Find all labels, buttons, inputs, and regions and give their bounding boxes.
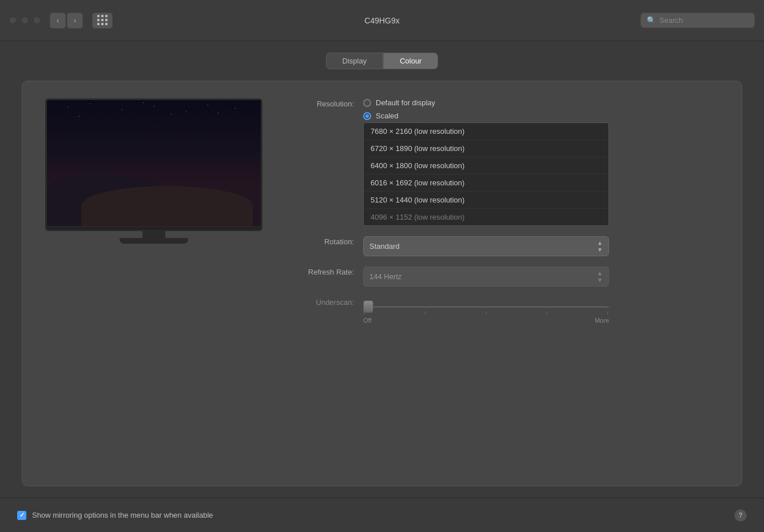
resolution-default-radio[interactable]	[363, 99, 371, 107]
maximize-button[interactable]	[33, 17, 41, 24]
resolution-scaled-radio[interactable]	[363, 112, 371, 120]
panel-content: Resolution: Default for display Scaled	[45, 98, 719, 324]
underscan-slider-container: Off More	[363, 306, 609, 324]
monitor-frame	[45, 98, 262, 231]
rotation-arrows-icon: ▲ ▼	[597, 240, 603, 253]
underscan-row: Underscan:	[285, 297, 719, 324]
settings-panel: Resolution: Default for display Scaled	[22, 81, 742, 486]
rotation-row: Rotation: Standard ▲ ▼	[285, 236, 719, 256]
resolution-item-1[interactable]: 6720 × 1890 (low resolution)	[364, 140, 608, 157]
grid-view-button[interactable]	[92, 13, 113, 29]
back-icon: ‹	[57, 17, 59, 25]
minimize-button[interactable]	[21, 17, 29, 24]
resolution-radio-group: Default for display Scaled	[363, 98, 719, 120]
nav-buttons: ‹ ›	[50, 13, 83, 29]
refresh-rate-dropdown[interactable]: 144 Hertz ▲ ▼	[363, 267, 609, 287]
refresh-rate-control: 144 Hertz ▲ ▼	[363, 267, 719, 287]
monitor-stand-base	[120, 238, 188, 244]
underscan-slider-thumb[interactable]	[363, 300, 373, 313]
resolution-default-label: Default for display	[376, 98, 435, 107]
checkbox-row: ✓ Show mirroring options in the menu bar…	[17, 511, 734, 520]
window-title: C49HG9x	[364, 16, 399, 25]
search-bar[interactable]: 🔍	[640, 13, 755, 28]
help-button[interactable]: ?	[734, 509, 747, 522]
slider-ticks	[363, 311, 609, 315]
resolution-row: Resolution: Default for display Scaled	[285, 98, 719, 226]
refresh-rate-value: 144 Hertz	[369, 272, 597, 281]
resolution-item-5[interactable]: 4096 × 1152 (low resolution)	[364, 209, 608, 225]
mirroring-checkbox[interactable]: ✓	[17, 511, 26, 520]
close-button[interactable]	[9, 17, 17, 24]
resolution-label: Resolution:	[285, 98, 354, 108]
search-icon: 🔍	[647, 16, 656, 25]
tab-bar: Display Colour	[326, 53, 439, 69]
forward-button[interactable]: ›	[67, 13, 83, 29]
help-icon: ?	[738, 511, 742, 519]
resolution-scaled-option[interactable]: Scaled	[363, 112, 719, 120]
monitor-screen	[47, 100, 261, 226]
resolution-scaled-label: Scaled	[376, 112, 399, 120]
mirroring-label: Show mirroring options in the menu bar w…	[32, 511, 213, 519]
resolution-control: Default for display Scaled 7680 × 2160 (…	[363, 98, 719, 226]
rotation-dropdown[interactable]: Standard ▲ ▼	[363, 236, 609, 256]
monitor-stand-neck	[142, 231, 165, 238]
resolution-item-3[interactable]: 6016 × 1692 (low resolution)	[364, 174, 608, 192]
search-input[interactable]	[659, 16, 749, 25]
rotation-value: Standard	[369, 242, 597, 251]
resolution-default-option[interactable]: Default for display	[363, 98, 719, 107]
underscan-max-label: More	[595, 317, 609, 324]
settings-controls: Resolution: Default for display Scaled	[285, 98, 719, 324]
resolution-item-0[interactable]: 7680 × 2160 (low resolution)	[364, 123, 608, 140]
titlebar: ‹ › C49HG9x 🔍	[0, 0, 764, 41]
back-button[interactable]: ‹	[50, 13, 66, 29]
dunes	[47, 157, 261, 226]
underscan-min-label: Off	[363, 317, 371, 324]
forward-icon: ›	[74, 17, 76, 25]
tab-display[interactable]: Display	[326, 53, 384, 69]
underscan-control: Off More	[363, 297, 719, 324]
rotation-label: Rotation:	[285, 236, 354, 246]
grid-icon	[97, 15, 108, 26]
slider-labels: Off More	[363, 317, 609, 324]
refresh-rate-label: Refresh Rate:	[285, 267, 354, 276]
refresh-rate-arrows-icon: ▲ ▼	[597, 270, 603, 283]
traffic-lights	[9, 17, 41, 24]
tab-colour[interactable]: Colour	[383, 53, 438, 69]
stars	[47, 100, 261, 146]
rotation-control: Standard ▲ ▼	[363, 236, 719, 256]
bottom-bar: ✓ Show mirroring options in the menu bar…	[0, 498, 764, 532]
underscan-slider-track[interactable]	[363, 306, 609, 308]
resolution-item-2[interactable]: 6400 × 1800 (low resolution)	[364, 157, 608, 174]
content-area: Display Colour	[0, 41, 764, 498]
resolution-list[interactable]: 7680 × 2160 (low resolution) 6720 × 1890…	[363, 122, 609, 226]
underscan-label: Underscan:	[285, 297, 354, 307]
checkmark-icon: ✓	[19, 511, 25, 519]
resolution-item-4[interactable]: 5120 × 1440 (low resolution)	[364, 192, 608, 209]
monitor-preview	[45, 98, 262, 244]
refresh-rate-row: Refresh Rate: 144 Hertz ▲ ▼	[285, 267, 719, 287]
